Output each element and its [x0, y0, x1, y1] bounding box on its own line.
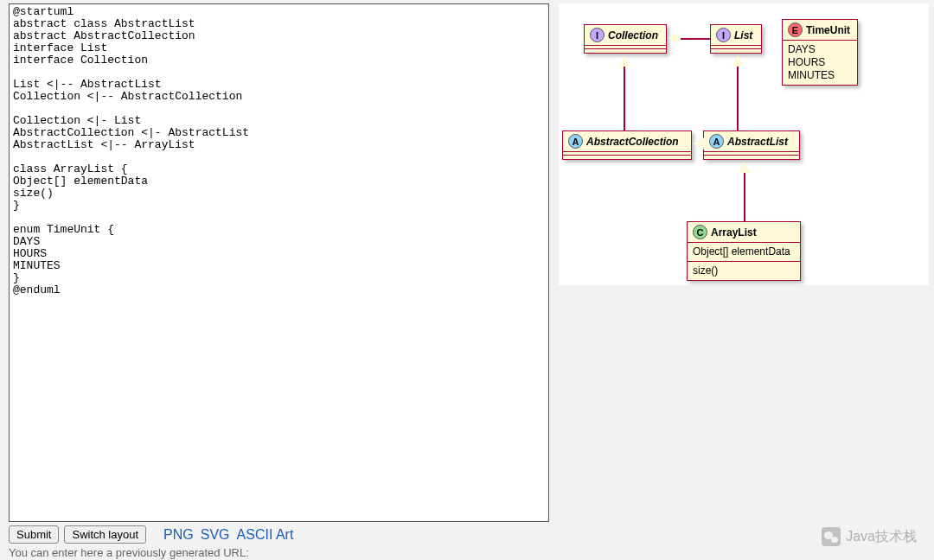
uml-arrowhead	[618, 55, 630, 67]
uml-interface-list: I List	[710, 24, 762, 54]
uml-edge	[624, 67, 625, 130]
class-name: AbstractCollection	[586, 136, 679, 148]
code-editor-panel	[9, 3, 549, 522]
url-hint-label: You can enter here a previously generate…	[9, 546, 249, 559]
uml-edge	[744, 173, 745, 221]
uml-class-arraylist: C ArrayList Object[] elementData size()	[687, 221, 801, 281]
abstract-icon: A	[568, 134, 583, 149]
watermark-text: Java技术栈	[846, 528, 917, 546]
uml-arrowhead	[732, 55, 744, 67]
uml-enum-timeunit: E TimeUnit DAYS HOURS MINUTES	[782, 19, 858, 86]
watermark: Java技术栈	[822, 527, 917, 546]
class-name: AbstractList	[727, 136, 788, 148]
abstract-icon: A	[709, 134, 724, 149]
enum-values: DAYS HOURS MINUTES	[783, 41, 857, 85]
interface-icon: I	[716, 28, 731, 42]
uml-edge	[681, 38, 710, 40]
interface-icon: I	[590, 28, 605, 42]
uml-arrowhead	[739, 162, 751, 173]
class-icon: C	[693, 225, 707, 239]
uml-diagram: I Collection I List E TimeUnit DAYS HOUR…	[559, 3, 929, 285]
switch-layout-button[interactable]: Switch layout	[64, 525, 146, 544]
class-name: ArrayList	[711, 226, 757, 239]
submit-button[interactable]: Submit	[9, 525, 59, 544]
class-name: TimeUnit	[806, 24, 850, 36]
uml-abstract-abstractcollection: A AbstractCollection	[562, 130, 692, 160]
png-link[interactable]: PNG	[163, 527, 194, 543]
uml-edge	[737, 67, 739, 130]
uml-arrowhead	[693, 137, 704, 150]
controls-bar: Submit Switch layout PNG SVG ASCII Art	[9, 525, 293, 544]
wechat-icon	[822, 527, 841, 546]
class-fields: Object[] elementData	[688, 243, 800, 261]
uml-interface-collection: I Collection	[584, 24, 667, 54]
enum-icon: E	[788, 22, 803, 37]
uml-abstract-abstractlist: A AbstractList	[703, 130, 800, 160]
class-name: List	[734, 29, 752, 41]
format-links: PNG SVG ASCII Art	[163, 527, 293, 543]
ascii-art-link[interactable]: ASCII Art	[237, 527, 294, 543]
uml-arrowhead	[668, 32, 679, 44]
plantuml-code-input[interactable]	[10, 4, 548, 521]
class-methods: size()	[688, 261, 800, 280]
svg-link[interactable]: SVG	[201, 527, 230, 543]
class-name: Collection	[608, 29, 658, 41]
